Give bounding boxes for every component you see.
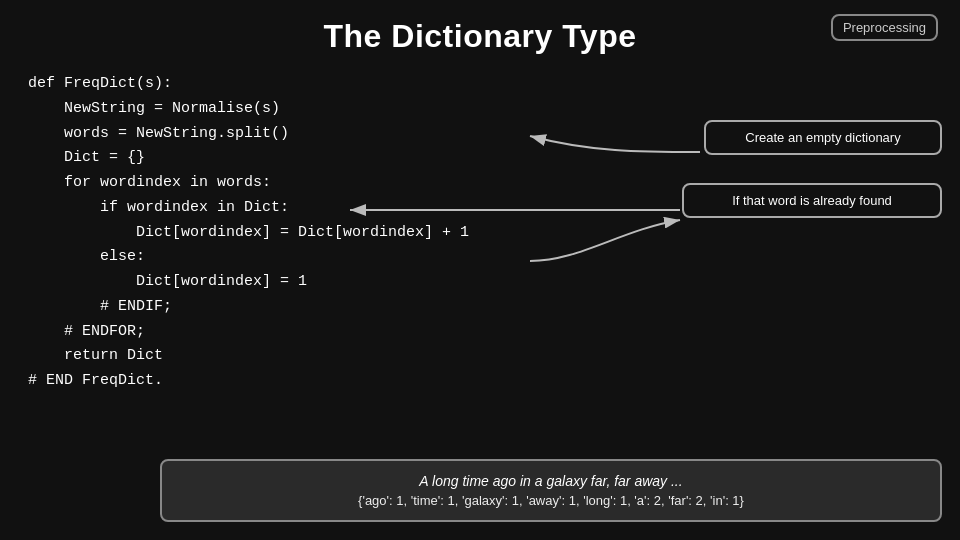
- annotation-word-found: If that word is already found: [682, 183, 942, 218]
- result-data: {'ago': 1, 'time': 1, 'galaxy': 1, 'away…: [180, 493, 922, 508]
- preprocessing-badge: Preprocessing: [831, 14, 938, 41]
- result-title: A long time ago in a galaxy far, far awa…: [180, 473, 922, 489]
- slide: { "title": "The Dictionary Type", "prepr…: [0, 0, 960, 540]
- code-block: def FreqDict(s): NewString = Normalise(s…: [28, 72, 469, 394]
- result-box: A long time ago in a galaxy far, far awa…: [160, 459, 942, 522]
- slide-title: The Dictionary Type: [0, 0, 960, 55]
- annotation-create-dict: Create an empty dictionary: [704, 120, 942, 155]
